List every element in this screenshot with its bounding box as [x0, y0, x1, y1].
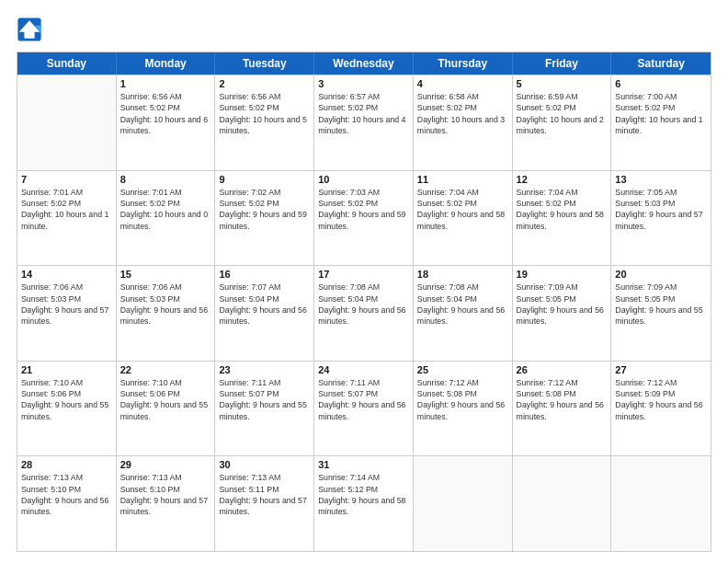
cal-cell-4-3: 23Sunrise: 7:11 AMSunset: 5:07 PMDayligh…: [215, 362, 314, 456]
cell-info: Sunrise: 7:12 AMSunset: 5:08 PMDaylight:…: [517, 377, 608, 422]
day-number: 24: [318, 364, 409, 375]
day-number: 31: [318, 459, 409, 470]
day-number: 25: [417, 364, 508, 375]
day-number: 12: [517, 174, 608, 185]
cal-cell-3-5: 18Sunrise: 7:08 AMSunset: 5:04 PMDayligh…: [414, 266, 513, 361]
cell-info: Sunrise: 7:13 AMSunset: 5:11 PMDaylight:…: [219, 472, 310, 517]
cell-info: Sunrise: 7:14 AMSunset: 5:12 PMDaylight:…: [318, 472, 409, 517]
cell-info: Sunrise: 7:10 AMSunset: 5:06 PMDaylight:…: [120, 377, 211, 422]
cal-cell-2-7: 13Sunrise: 7:05 AMSunset: 5:03 PMDayligh…: [611, 171, 711, 266]
cell-info: Sunrise: 6:59 AMSunset: 5:02 PMDaylight:…: [517, 91, 608, 136]
week-row-1: 1Sunrise: 6:56 AMSunset: 5:02 PMDaylight…: [17, 75, 711, 170]
cal-cell-3-6: 19Sunrise: 7:09 AMSunset: 5:05 PMDayligh…: [513, 266, 612, 361]
day-number: 11: [417, 174, 508, 185]
cal-cell-2-5: 11Sunrise: 7:04 AMSunset: 5:02 PMDayligh…: [414, 171, 513, 266]
cell-info: Sunrise: 7:11 AMSunset: 5:07 PMDaylight:…: [318, 377, 409, 422]
cell-info: Sunrise: 7:05 AMSunset: 5:03 PMDaylight:…: [615, 187, 707, 232]
day-number: 26: [517, 364, 608, 375]
week-row-5: 28Sunrise: 7:13 AMSunset: 5:10 PMDayligh…: [17, 455, 711, 551]
cell-info: Sunrise: 7:11 AMSunset: 5:07 PMDaylight:…: [219, 377, 310, 422]
cal-cell-5-5: [414, 456, 513, 551]
cell-info: Sunrise: 6:57 AMSunset: 5:02 PMDaylight:…: [318, 91, 409, 136]
day-number: 5: [517, 78, 608, 89]
cell-info: Sunrise: 7:01 AMSunset: 5:02 PMDaylight:…: [21, 187, 112, 232]
cell-info: Sunrise: 6:56 AMSunset: 5:02 PMDaylight:…: [219, 91, 310, 136]
day-header-sunday: Sunday: [17, 52, 117, 75]
cal-cell-1-2: 1Sunrise: 6:56 AMSunset: 5:02 PMDaylight…: [117, 75, 216, 170]
logo-icon: [17, 17, 42, 42]
cal-cell-1-5: 4Sunrise: 6:58 AMSunset: 5:02 PMDaylight…: [414, 75, 513, 170]
day-number: 21: [21, 364, 112, 375]
cal-cell-5-6: [513, 456, 612, 551]
logo: [17, 17, 46, 42]
cal-cell-4-1: 21Sunrise: 7:10 AMSunset: 5:06 PMDayligh…: [17, 362, 117, 456]
cal-cell-2-4: 10Sunrise: 7:03 AMSunset: 5:02 PMDayligh…: [314, 171, 414, 266]
cell-info: Sunrise: 7:12 AMSunset: 5:08 PMDaylight:…: [417, 377, 508, 422]
cal-cell-2-2: 8Sunrise: 7:01 AMSunset: 5:02 PMDaylight…: [117, 171, 216, 266]
day-header-friday: Friday: [513, 52, 612, 75]
day-number: 18: [417, 269, 508, 280]
day-number: 30: [219, 459, 310, 470]
cal-cell-5-3: 30Sunrise: 7:13 AMSunset: 5:11 PMDayligh…: [215, 456, 314, 551]
cal-cell-5-7: [611, 456, 711, 551]
day-number: 28: [21, 459, 112, 470]
day-number: 27: [615, 364, 707, 375]
day-header-thursday: Thursday: [414, 52, 513, 75]
cell-info: Sunrise: 7:02 AMSunset: 5:02 PMDaylight:…: [219, 187, 310, 232]
cal-cell-2-1: 7Sunrise: 7:01 AMSunset: 5:02 PMDaylight…: [17, 171, 117, 266]
cal-cell-3-4: 17Sunrise: 7:08 AMSunset: 5:04 PMDayligh…: [314, 266, 414, 361]
cal-cell-1-6: 5Sunrise: 6:59 AMSunset: 5:02 PMDaylight…: [513, 75, 612, 170]
week-row-4: 21Sunrise: 7:10 AMSunset: 5:06 PMDayligh…: [17, 361, 711, 456]
cal-cell-5-2: 29Sunrise: 7:13 AMSunset: 5:10 PMDayligh…: [117, 456, 216, 551]
cell-info: Sunrise: 7:03 AMSunset: 5:02 PMDaylight:…: [318, 187, 409, 232]
cal-cell-4-4: 24Sunrise: 7:11 AMSunset: 5:07 PMDayligh…: [314, 362, 414, 456]
cell-info: Sunrise: 7:10 AMSunset: 5:06 PMDaylight:…: [21, 377, 112, 422]
cal-cell-3-1: 14Sunrise: 7:06 AMSunset: 5:03 PMDayligh…: [17, 266, 117, 361]
cell-info: Sunrise: 7:04 AMSunset: 5:02 PMDaylight:…: [417, 187, 508, 232]
cell-info: Sunrise: 7:04 AMSunset: 5:02 PMDaylight:…: [517, 187, 608, 232]
day-number: 3: [318, 78, 409, 89]
cal-cell-4-6: 26Sunrise: 7:12 AMSunset: 5:08 PMDayligh…: [513, 362, 612, 456]
calendar-body: 1Sunrise: 6:56 AMSunset: 5:02 PMDaylight…: [17, 75, 711, 551]
day-number: 29: [120, 459, 211, 470]
day-number: 16: [219, 269, 310, 280]
cell-info: Sunrise: 7:08 AMSunset: 5:04 PMDaylight:…: [318, 282, 409, 327]
cal-cell-2-6: 12Sunrise: 7:04 AMSunset: 5:02 PMDayligh…: [513, 171, 612, 266]
cell-info: Sunrise: 6:56 AMSunset: 5:02 PMDaylight:…: [120, 91, 211, 136]
calendar: SundayMondayTuesdayWednesdayThursdayFrid…: [17, 52, 711, 552]
calendar-page: SundayMondayTuesdayWednesdayThursdayFrid…: [0, 0, 728, 563]
cell-info: Sunrise: 7:01 AMSunset: 5:02 PMDaylight:…: [120, 187, 211, 232]
day-number: 23: [219, 364, 310, 375]
cell-info: Sunrise: 6:58 AMSunset: 5:02 PMDaylight:…: [417, 91, 508, 136]
cal-cell-5-4: 31Sunrise: 7:14 AMSunset: 5:12 PMDayligh…: [314, 456, 414, 551]
cal-cell-1-4: 3Sunrise: 6:57 AMSunset: 5:02 PMDaylight…: [314, 75, 414, 170]
cell-info: Sunrise: 7:06 AMSunset: 5:03 PMDaylight:…: [21, 282, 112, 327]
day-number: 9: [219, 174, 310, 185]
cal-cell-4-7: 27Sunrise: 7:12 AMSunset: 5:09 PMDayligh…: [611, 362, 711, 456]
day-number: 8: [120, 174, 211, 185]
day-number: 22: [120, 364, 211, 375]
day-number: 17: [318, 269, 409, 280]
cal-cell-3-7: 20Sunrise: 7:09 AMSunset: 5:05 PMDayligh…: [611, 266, 711, 361]
cal-cell-4-5: 25Sunrise: 7:12 AMSunset: 5:08 PMDayligh…: [414, 362, 513, 456]
cell-info: Sunrise: 7:13 AMSunset: 5:10 PMDaylight:…: [21, 472, 112, 517]
day-number: 7: [21, 174, 112, 185]
day-header-tuesday: Tuesday: [215, 52, 314, 75]
day-number: 19: [517, 269, 608, 280]
day-number: 1: [120, 78, 211, 89]
cell-info: Sunrise: 7:12 AMSunset: 5:09 PMDaylight:…: [615, 377, 707, 422]
cal-cell-1-1: [17, 75, 117, 170]
day-header-wednesday: Wednesday: [314, 52, 414, 75]
day-number: 4: [417, 78, 508, 89]
day-number: 14: [21, 269, 112, 280]
day-number: 6: [615, 78, 707, 89]
week-row-3: 14Sunrise: 7:06 AMSunset: 5:03 PMDayligh…: [17, 265, 711, 361]
calendar-header: SundayMondayTuesdayWednesdayThursdayFrid…: [17, 52, 711, 75]
cal-cell-3-3: 16Sunrise: 7:07 AMSunset: 5:04 PMDayligh…: [215, 266, 314, 361]
cell-info: Sunrise: 7:06 AMSunset: 5:03 PMDaylight:…: [120, 282, 211, 327]
cell-info: Sunrise: 7:00 AMSunset: 5:02 PMDaylight:…: [615, 91, 707, 136]
cell-info: Sunrise: 7:07 AMSunset: 5:04 PMDaylight:…: [219, 282, 310, 327]
day-number: 15: [120, 269, 211, 280]
week-row-2: 7Sunrise: 7:01 AMSunset: 5:02 PMDaylight…: [17, 170, 711, 266]
cal-cell-1-3: 2Sunrise: 6:56 AMSunset: 5:02 PMDaylight…: [215, 75, 314, 170]
